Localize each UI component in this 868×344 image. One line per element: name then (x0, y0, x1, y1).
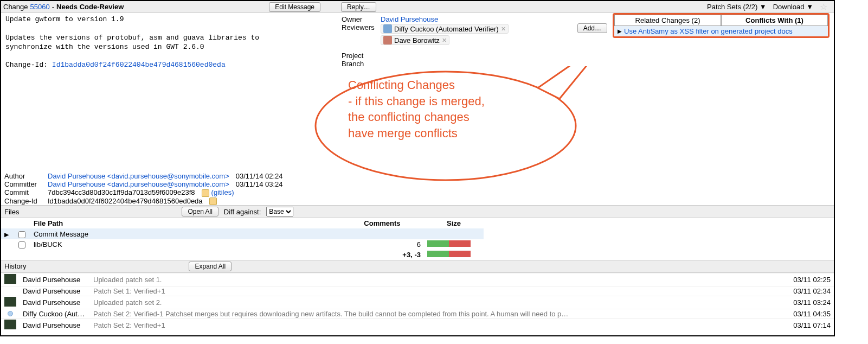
change-status: Needs Code-Review (56, 3, 124, 11)
history-message: Uploaded patch set 2. (90, 296, 785, 309)
history-row[interactable]: David Pursehouse Uploaded patch set 2. 0… (1, 296, 834, 309)
diff-against-select[interactable]: Base (266, 207, 293, 216)
file-checkbox[interactable] (18, 231, 25, 238)
files-table: File Path Comments Size ▶ Commit Message… (1, 218, 484, 259)
file-checkbox[interactable] (18, 241, 25, 249)
size-added-bar (427, 240, 449, 247)
file-path: lib/BUCK (30, 239, 340, 250)
reviewer-chip[interactable]: Dave Borowitz ✕ (381, 35, 449, 45)
file-summary-row: +3, -3 (1, 250, 484, 260)
committer-label: Committer (4, 180, 48, 188)
download-dropdown[interactable]: Download ▼ (773, 3, 813, 11)
change-label: Change (3, 3, 28, 11)
gitiles-link[interactable]: (gitiles) (211, 188, 234, 196)
history-row[interactable]: Diffy Cuckoo (Aut… Patch Set 2: Verified… (1, 309, 834, 318)
history-date: 03/11 04:35 (785, 309, 834, 318)
edit-message-button[interactable]: Edit Message (269, 2, 320, 12)
history-author: Diffy Cuckoo (Aut… (20, 309, 90, 318)
reviewer-chip[interactable]: Diffy Cuckoo (Automated Verifier) ✕ (381, 24, 509, 34)
files-title: Files (4, 208, 19, 216)
avatar-icon (383, 24, 392, 33)
history-date: 03/11 07:14 (785, 318, 834, 332)
history-date: 03/11 02:34 (785, 286, 834, 296)
related-changes-panel: Related Changes (2) Conflicts With (1) ▶… (613, 13, 830, 38)
committer-link[interactable]: David Pursehouse <david.pursehouse@sonym… (48, 180, 229, 188)
avatar-icon (4, 320, 16, 329)
commit-hash: 7dbc394cc3d80d30c1ff9da7013d59f6009e23f8 (48, 188, 195, 197)
add-reviewer-button[interactable]: Add… (577, 23, 607, 33)
reviewer-name: Diffy Cuckoo (Automated Verifier) (394, 25, 499, 33)
avatar-icon (4, 274, 16, 284)
open-all-button[interactable]: Open All (182, 207, 218, 216)
status-sep: - (52, 3, 54, 11)
size-summary: +3, -3 (340, 250, 424, 260)
history-title: History (4, 262, 26, 270)
history-date: 03/11 03:24 (785, 296, 834, 309)
annotation-callout: Conflicting Changes - if this change is … (305, 66, 587, 186)
committer-date: 03/11/14 03:24 (236, 180, 283, 188)
file-row[interactable]: ▶ Commit Message (1, 228, 484, 239)
history-section-header: History Expand All (1, 260, 834, 273)
avatar-icon (383, 36, 392, 44)
col-size: Size (424, 218, 484, 228)
annotation-line: - if this change is merged, (348, 93, 485, 110)
history-message: Uploaded patch set 1. (90, 273, 785, 286)
author-link[interactable]: David Pursehouse <david.pursehouse@sonym… (48, 172, 229, 180)
header-bar: Change 55060 - Needs Code-Review Edit Me… (1, 1, 834, 13)
remove-reviewer-icon[interactable]: ✕ (442, 37, 447, 44)
file-comments: 6 (340, 239, 424, 250)
tab-conflicts-with[interactable]: Conflicts With (1) (721, 15, 828, 26)
files-section-header: Files Open All Diff against: Base (1, 205, 834, 218)
remove-reviewer-icon[interactable]: ✕ (501, 26, 506, 33)
reviewers-label: Reviewers (342, 23, 381, 31)
reply-button[interactable]: Reply… (341, 2, 376, 12)
commit-label: Commit (4, 188, 48, 197)
size-removed-bar (449, 251, 471, 257)
changeid-value: Id1badda0d0f24f6022404be479d4681560ed0ed… (48, 197, 203, 206)
history-row[interactable]: David Pursehouse Uploaded patch set 1. 0… (1, 273, 834, 286)
history-message: Patch Set 2: Verified+1 (90, 318, 785, 332)
col-file-path: File Path (30, 218, 340, 228)
size-removed-bar (449, 240, 471, 247)
col-comments: Comments (340, 218, 424, 228)
file-path: Commit Message (30, 228, 340, 239)
expand-icon[interactable]: ▶ (4, 231, 9, 238)
conflicting-change-link[interactable]: Use AntiSamy as XSS filter on generated … (624, 27, 793, 35)
status-dot-icon (8, 311, 13, 316)
diff-against-label: Diff against: (224, 208, 261, 216)
expand-all-button[interactable]: Expand All (189, 262, 232, 271)
author-date: 03/11/14 02:24 (236, 172, 283, 180)
project-label: Project (342, 52, 381, 60)
copy-icon[interactable] (202, 189, 209, 197)
reviewer-name: Dave Borowitz (394, 36, 440, 44)
history-author: David Pursehouse (20, 296, 90, 309)
owner-link[interactable]: David Pursehouse (381, 15, 438, 23)
history-row[interactable]: David Pursehouse Patch Set 2: Verified+1… (1, 318, 834, 332)
commit-message: Update gwtorm to version 1.9 Updates the… (5, 15, 333, 70)
copy-icon[interactable] (209, 198, 217, 205)
changeid-label: Change-Id (4, 197, 48, 206)
annotation-line: have merge conflicts (348, 125, 485, 142)
star-icon[interactable]: ☆ (820, 2, 827, 12)
history-table: David Pursehouse Uploaded patch set 1. 0… (1, 273, 834, 332)
tab-related-changes[interactable]: Related Changes (2) (614, 15, 721, 26)
history-message: Patch Set 1: Verified+1 (90, 286, 785, 296)
patch-sets-dropdown[interactable]: Patch Sets (2/2) ▼ (707, 3, 767, 11)
avatar-icon (4, 297, 16, 307)
change-number-link[interactable]: 55060 (30, 3, 50, 11)
history-author: David Pursehouse (20, 318, 90, 332)
history-message: Patch Set 2: Verified-1 Patchset merges … (90, 309, 785, 318)
history-date: 03/11 02:25 (785, 273, 834, 286)
history-row[interactable]: David Pursehouse Patch Set 1: Verified+1… (1, 286, 834, 296)
history-author: David Pursehouse (20, 273, 90, 286)
annotation-line: Conflicting Changes (348, 77, 485, 93)
owner-label: Owner (342, 15, 381, 23)
file-row[interactable]: lib/BUCK 6 (1, 239, 484, 250)
expand-icon[interactable]: ▶ (618, 28, 622, 34)
commit-message-changeid-link[interactable]: Id1badda0d0f24f6022404be479d4681560ed0ed… (52, 61, 226, 69)
size-added-bar (427, 251, 449, 257)
author-label: Author (4, 172, 48, 180)
history-author: David Pursehouse (20, 286, 90, 296)
annotation-line: the conflicting changes (348, 109, 485, 125)
